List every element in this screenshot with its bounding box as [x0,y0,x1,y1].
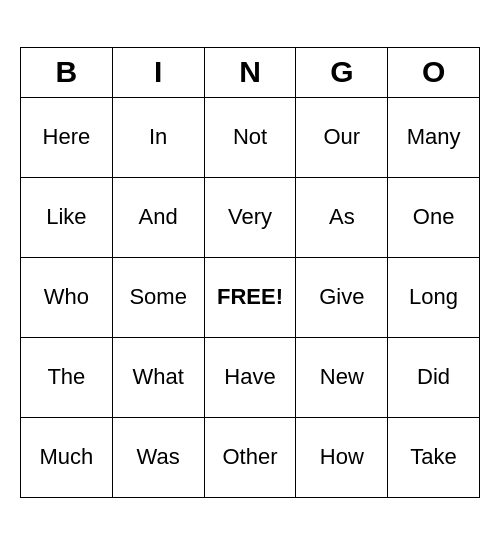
bingo-row-1: LikeAndVeryAsOne [21,177,480,257]
bingo-cell-2-3: Give [296,257,388,337]
bingo-cell-2-0: Who [21,257,113,337]
bingo-cell-1-4: One [388,177,480,257]
header-col-o: O [388,47,480,97]
bingo-cell-4-3: How [296,417,388,497]
bingo-cell-2-2: FREE! [204,257,296,337]
bingo-cell-0-2: Not [204,97,296,177]
header-row: BINGO [21,47,480,97]
bingo-row-2: WhoSomeFREE!GiveLong [21,257,480,337]
bingo-row-3: TheWhatHaveNewDid [21,337,480,417]
bingo-cell-3-4: Did [388,337,480,417]
bingo-cell-0-4: Many [388,97,480,177]
bingo-card: BINGO HereInNotOurManyLikeAndVeryAsOneWh… [20,47,480,498]
bingo-cell-3-3: New [296,337,388,417]
bingo-cell-4-4: Take [388,417,480,497]
bingo-cell-0-1: In [112,97,204,177]
header-col-i: I [112,47,204,97]
bingo-cell-4-0: Much [21,417,113,497]
bingo-cell-1-2: Very [204,177,296,257]
header-col-b: B [21,47,113,97]
bingo-row-4: MuchWasOtherHowTake [21,417,480,497]
bingo-cell-2-1: Some [112,257,204,337]
header-col-n: N [204,47,296,97]
bingo-cell-0-3: Our [296,97,388,177]
bingo-cell-4-1: Was [112,417,204,497]
bingo-cell-3-0: The [21,337,113,417]
bingo-cell-2-4: Long [388,257,480,337]
bingo-row-0: HereInNotOurMany [21,97,480,177]
header-col-g: G [296,47,388,97]
bingo-cell-1-1: And [112,177,204,257]
bingo-cell-1-0: Like [21,177,113,257]
bingo-cell-3-2: Have [204,337,296,417]
bingo-cell-3-1: What [112,337,204,417]
bingo-cell-4-2: Other [204,417,296,497]
bingo-cell-0-0: Here [21,97,113,177]
bingo-cell-1-3: As [296,177,388,257]
